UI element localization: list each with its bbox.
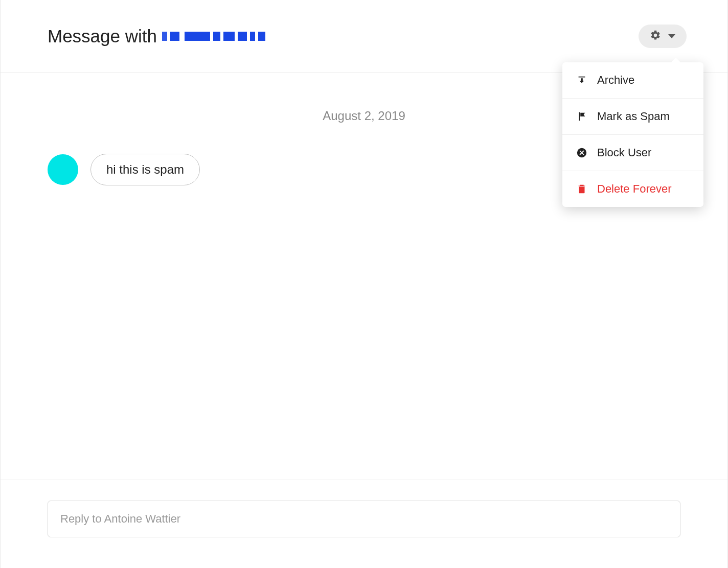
flag-icon — [576, 110, 588, 123]
menu-item-mark-spam[interactable]: Mark as Spam — [562, 99, 703, 135]
menu-item-archive[interactable]: Archive — [562, 62, 703, 99]
reply-area — [1, 480, 727, 568]
menu-item-delete-forever[interactable]: Delete Forever — [562, 171, 703, 207]
title-prefix: Message with — [48, 26, 157, 46]
gear-icon — [650, 30, 661, 43]
chevron-down-icon — [668, 34, 675, 38]
menu-item-label: Mark as Spam — [597, 110, 670, 123]
block-icon — [576, 147, 588, 159]
redacted-recipient-name — [162, 32, 265, 41]
menu-item-block-user[interactable]: Block User — [562, 135, 703, 171]
message-bubble: hi this is spam — [90, 154, 200, 185]
archive-icon — [576, 74, 588, 86]
menu-item-label: Delete Forever — [597, 182, 672, 196]
page-title: Message with — [48, 26, 157, 46]
settings-dropdown-button[interactable] — [639, 25, 687, 48]
reply-input[interactable] — [48, 501, 680, 537]
title-row: Message with — [48, 26, 265, 46]
trash-icon — [576, 183, 588, 195]
settings-dropdown-menu: Archive Mark as Spam Block User Delete F… — [562, 62, 703, 207]
menu-item-label: Archive — [597, 74, 634, 87]
menu-item-label: Block User — [597, 146, 651, 159]
avatar — [48, 154, 78, 185]
